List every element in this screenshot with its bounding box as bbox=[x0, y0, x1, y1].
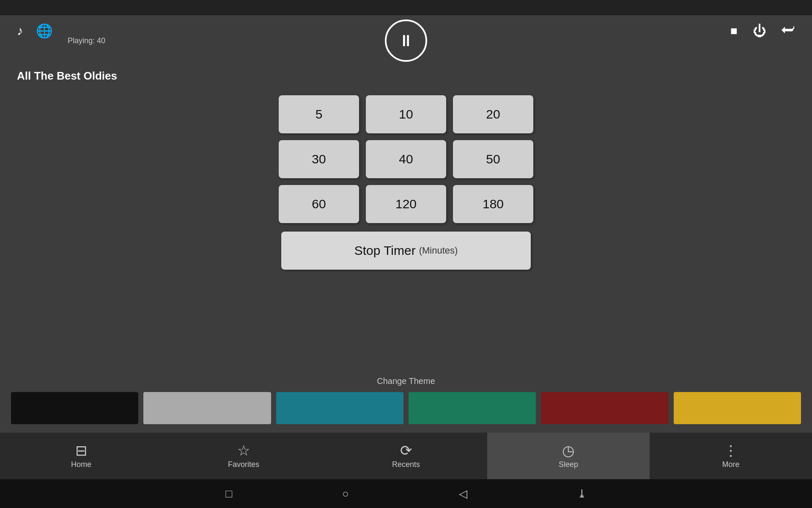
timer-btn-120[interactable]: 120 bbox=[366, 185, 446, 223]
status-bar bbox=[0, 0, 812, 15]
sys-back-button[interactable]: ◁ bbox=[459, 487, 467, 500]
stop-timer-sub: (Minutes) bbox=[419, 245, 458, 256]
stop-icon[interactable]: ■ bbox=[730, 24, 738, 38]
toolbar-left: ♪ 🌐 bbox=[17, 23, 53, 39]
nav-label-favorites: Favorites bbox=[228, 460, 259, 469]
theme-swatch-0[interactable] bbox=[11, 392, 138, 424]
pause-icon: ⏸ bbox=[398, 33, 414, 49]
nav-label-recents: Recents bbox=[392, 460, 420, 469]
timer-btn-60[interactable]: 60 bbox=[279, 185, 359, 223]
nav-icon-favorites: ☆ bbox=[237, 443, 250, 458]
timer-grid: 5102030405060120180 bbox=[279, 95, 533, 223]
pause-button[interactable]: ⏸ bbox=[385, 19, 427, 62]
nav-item-more[interactable]: ⋮More bbox=[650, 433, 812, 479]
nav-item-recents[interactable]: ⟳Recents bbox=[325, 433, 487, 479]
timer-btn-40[interactable]: 40 bbox=[366, 140, 446, 178]
nav-label-home: Home bbox=[71, 460, 91, 469]
playing-info: Playing: 40 bbox=[68, 36, 105, 45]
theme-swatch-2[interactable] bbox=[276, 392, 403, 424]
stop-timer-label: Stop Timer bbox=[354, 243, 416, 258]
theme-swatch-4[interactable] bbox=[541, 392, 668, 424]
main-content: ♪ 🌐 ⏸ ■ ⏻ ⮨ Playing: 40 All The Best Old… bbox=[0, 15, 812, 433]
timer-btn-20[interactable]: 20 bbox=[453, 95, 533, 133]
nav-item-sleep[interactable]: ◷Sleep bbox=[487, 433, 650, 479]
toolbar-right: ■ ⏻ ⮨ bbox=[730, 23, 795, 39]
theme-swatch-5[interactable] bbox=[674, 392, 801, 424]
sys-circle-button[interactable]: ○ bbox=[342, 487, 349, 500]
sys-square-button[interactable]: □ bbox=[225, 487, 232, 500]
toolbar: ♪ 🌐 ⏸ ■ ⏻ ⮨ bbox=[0, 15, 812, 39]
sys-down-button[interactable]: ⤓ bbox=[577, 487, 587, 500]
nav-label-sleep: Sleep bbox=[559, 460, 578, 469]
nav-icon-recents: ⟳ bbox=[400, 443, 412, 458]
nav-item-home[interactable]: ⊟Home bbox=[0, 433, 162, 479]
theme-section: Change Theme bbox=[0, 376, 812, 424]
theme-swatch-1[interactable] bbox=[143, 392, 271, 424]
nav-icon-more: ⋮ bbox=[724, 443, 738, 458]
timer-btn-50[interactable]: 50 bbox=[453, 140, 533, 178]
share-icon[interactable]: ⮨ bbox=[782, 23, 795, 39]
nav-icon-sleep: ◷ bbox=[562, 443, 575, 458]
stop-timer-button[interactable]: Stop Timer (Minutes) bbox=[281, 232, 531, 270]
power-icon[interactable]: ⏻ bbox=[753, 23, 766, 39]
change-theme-label: Change Theme bbox=[377, 376, 435, 386]
nav-item-favorites[interactable]: ☆Favorites bbox=[162, 433, 325, 479]
system-nav: □ ○ ◁ ⤓ bbox=[0, 479, 812, 508]
timer-btn-10[interactable]: 10 bbox=[366, 95, 446, 133]
music-icon[interactable]: ♪ bbox=[17, 24, 23, 38]
nav-label-more: More bbox=[722, 460, 739, 469]
nav-icon-home: ⊟ bbox=[75, 443, 87, 458]
timer-btn-5[interactable]: 5 bbox=[279, 95, 359, 133]
theme-swatch-3[interactable] bbox=[409, 392, 536, 424]
globe-icon[interactable]: 🌐 bbox=[36, 23, 53, 39]
timer-btn-180[interactable]: 180 bbox=[453, 185, 533, 223]
station-title: All The Best Oldies bbox=[0, 64, 812, 83]
bottom-nav: ⊟Home☆Favorites⟳Recents◷Sleep⋮More bbox=[0, 433, 812, 479]
timer-section: 5102030405060120180 Stop Timer (Minutes) bbox=[0, 95, 812, 376]
theme-swatches bbox=[0, 392, 812, 424]
timer-btn-30[interactable]: 30 bbox=[279, 140, 359, 178]
